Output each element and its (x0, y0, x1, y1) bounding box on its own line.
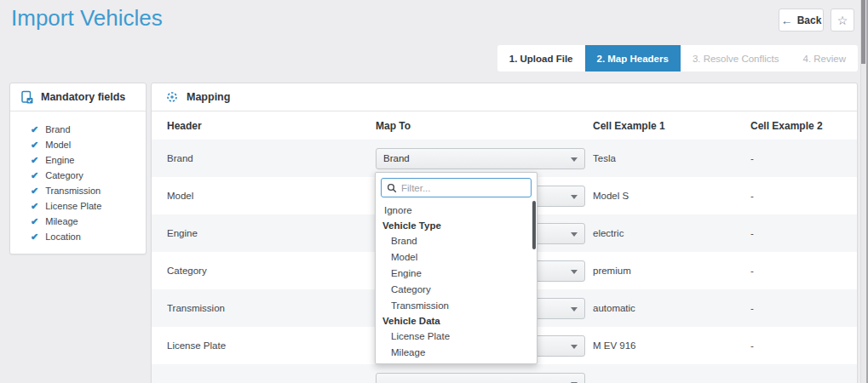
dropdown-option-ignore[interactable]: Ignore (376, 203, 537, 219)
mandatory-fields-header: Mandatory fields (10, 83, 146, 111)
check-icon: ✔ (31, 216, 38, 227)
cell-example-2: - (750, 303, 842, 313)
mandatory-field-mileage: ✔Mileage (31, 214, 146, 229)
cell-example-1: Model S (593, 191, 750, 201)
field-label: Model (45, 140, 71, 150)
import-steps: 1. Upload File 2. Map Headers 3. Resolve… (497, 45, 858, 71)
mapping-header: Mapping (152, 83, 857, 111)
step-review[interactable]: 4. Review (791, 45, 859, 71)
mandatory-field-engine: ✔Engine (31, 152, 146, 168)
dropdown-group-vehicle-type: Vehicle Type (376, 219, 537, 233)
field-label: Location (45, 232, 81, 242)
cell-example-1: M EV 916 (593, 340, 750, 351)
check-icon: ✔ (31, 170, 38, 181)
row-header-label: License Plate (167, 340, 376, 351)
cell-example-1: Tesla (593, 153, 750, 163)
cell-example-2: - (750, 340, 842, 351)
crosshair-target-icon (165, 90, 179, 104)
chevron-down-icon (571, 307, 578, 312)
cell-example-2: - (750, 266, 842, 276)
search-icon (387, 183, 397, 193)
back-button[interactable]: ← Back (779, 9, 824, 31)
field-label: Mileage (45, 216, 78, 226)
field-label: License Plate (45, 201, 101, 211)
dropdown-option-category[interactable]: Category (376, 282, 537, 298)
step-upload-file[interactable]: 1. Upload File (497, 45, 585, 71)
chevron-down-icon (571, 270, 578, 274)
map-to-dropdown: Ignore Vehicle Type Brand Model Engine C… (375, 172, 537, 364)
dropdown-option-vin[interactable]: VIN (376, 361, 537, 364)
row-header-label: Transmission (167, 303, 376, 313)
row-header-label: Category (167, 266, 376, 276)
clipboard-check-icon (20, 90, 33, 104)
dropdown-notch (467, 172, 480, 174)
table-row-partial (152, 364, 857, 383)
check-icon: ✔ (31, 124, 38, 135)
dropdown-option-mileage[interactable]: Mileage (376, 345, 537, 361)
row-header-label: Brand (167, 153, 376, 163)
dropdown-option-engine[interactable]: Engine (376, 266, 537, 282)
field-label: Category (45, 170, 83, 180)
column-map-to: Map To (376, 120, 593, 132)
field-label: Transmission (45, 186, 101, 196)
mandatory-field-license-plate: ✔License Plate (31, 198, 146, 214)
filter-input[interactable] (401, 183, 526, 193)
dropdown-option-model[interactable]: Model (376, 249, 537, 266)
column-cell-example-2: Cell Example 2 (750, 120, 842, 132)
field-label: Engine (45, 155, 74, 165)
mandatory-field-model: ✔Model (31, 137, 146, 152)
mandatory-fields-list: ✔Brand ✔Model ✔Engine ✔Category ✔Transmi… (10, 111, 146, 244)
check-icon: ✔ (31, 201, 38, 212)
chevron-down-icon (571, 345, 578, 349)
mandatory-field-transmission: ✔Transmission (31, 183, 146, 198)
select-value: Brand (383, 153, 410, 163)
mapping-title: Mapping (187, 91, 230, 103)
chevron-down-icon (571, 232, 578, 237)
check-icon: ✔ (31, 140, 38, 151)
cell-example-1: electric (593, 228, 750, 238)
mapping-table-header: Header Map To Cell Example 1 Cell Exampl… (152, 111, 857, 140)
chevron-down-icon (571, 195, 578, 199)
page-title: Import Vehicles (11, 5, 163, 31)
row-header-label: Model (167, 191, 376, 201)
page-scrollbar-thumb[interactable] (861, 0, 865, 64)
dropdown-scrollbar-thumb[interactable] (532, 201, 536, 249)
check-icon: ✔ (31, 155, 38, 166)
mandatory-field-location: ✔Location (31, 229, 146, 244)
favorite-button[interactable]: ☆ (831, 9, 854, 31)
cell-example-2: - (750, 191, 842, 201)
mandatory-fields-title: Mandatory fields (41, 91, 125, 103)
row-header-label: Engine (167, 228, 376, 238)
dropdown-list: Ignore Vehicle Type Brand Model Engine C… (376, 203, 537, 364)
chevron-down-icon (571, 157, 578, 162)
dropdown-option-license-plate[interactable]: License Plate (376, 329, 537, 345)
star-icon: ☆ (837, 14, 848, 26)
cell-example-1: automatic (593, 303, 750, 313)
cell-example-1: premium (593, 266, 750, 276)
header-actions: ← Back ☆ (779, 9, 854, 31)
mandatory-fields-panel: Mandatory fields ✔Brand ✔Model ✔Engine ✔… (9, 83, 147, 254)
map-to-select-partial[interactable] (376, 373, 585, 383)
dropdown-filter (381, 178, 532, 197)
column-header: Header (167, 120, 376, 132)
map-to-select-brand[interactable]: Brand (376, 148, 585, 169)
field-label: Brand (45, 124, 70, 134)
back-arrow-icon: ← (781, 14, 793, 26)
mandatory-field-brand: ✔Brand (31, 122, 146, 137)
cell-example-2: - (750, 153, 842, 163)
back-button-label: Back (797, 14, 822, 26)
step-resolve-conflicts[interactable]: 3. Resolve Conflicts (681, 45, 791, 71)
mandatory-field-category: ✔Category (31, 168, 146, 183)
dropdown-group-vehicle-data: Vehicle Data (376, 314, 537, 329)
page-scrollbar[interactable] (860, 0, 868, 383)
check-icon: ✔ (31, 232, 38, 243)
check-icon: ✔ (31, 186, 38, 197)
dropdown-option-transmission[interactable]: Transmission (376, 298, 537, 314)
dropdown-option-brand[interactable]: Brand (376, 233, 537, 249)
cell-example-2: - (750, 228, 842, 238)
column-cell-example-1: Cell Example 1 (593, 120, 750, 132)
step-map-headers[interactable]: 2. Map Headers (585, 45, 681, 71)
